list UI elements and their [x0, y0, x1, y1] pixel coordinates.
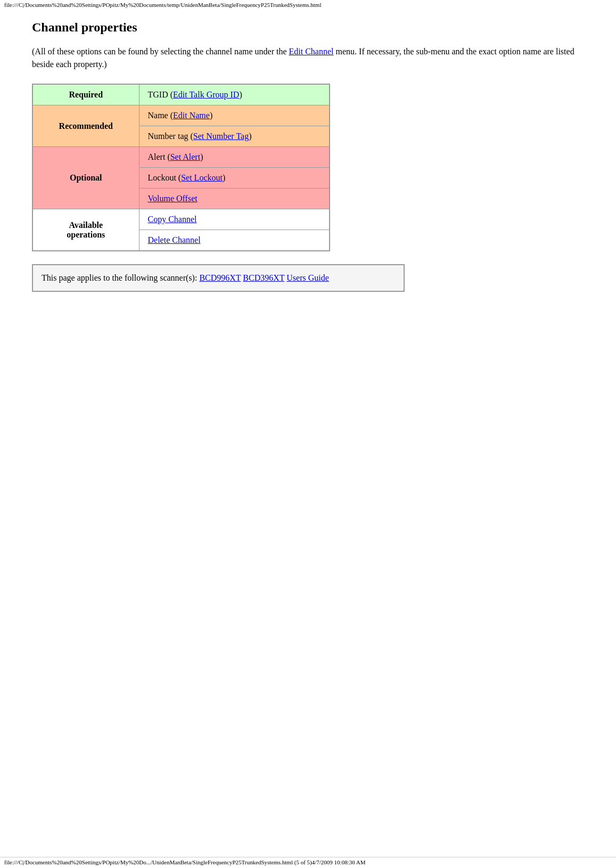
link-bcd396xt[interactable]: BCD396XT	[243, 273, 284, 282]
edit-channel-link[interactable]: Edit Channel	[289, 47, 334, 56]
label-required: Required	[32, 84, 139, 105]
table-row-optional-1: Optional Alert (Set Alert)	[32, 147, 330, 168]
link-delete-channel[interactable]: Delete Channel	[148, 235, 201, 244]
link-set-lockout[interactable]: Set Lockout	[181, 173, 223, 182]
table-row-ops-1: Availableoperations Copy Channel	[32, 209, 330, 230]
link-users-guide[interactable]: Users Guide	[286, 273, 329, 282]
top-bar: file:///C|/Documents%20and%20Settings/PO…	[0, 0, 616, 10]
table-row-required: Required TGID (Edit Talk Group ID)	[32, 84, 330, 105]
link-bcd996xt[interactable]: BCD996XT	[199, 273, 241, 282]
label-optional: Optional	[32, 147, 139, 209]
page-title: Channel properties	[32, 20, 584, 35]
cell-number-tag: Number tag (Set Number Tag)	[139, 126, 330, 147]
main-content: Channel properties (All of these options…	[0, 10, 616, 324]
intro-paragraph: (All of these options can be found by se…	[32, 45, 584, 71]
cell-alert: Alert (Set Alert)	[139, 147, 330, 168]
table-row-recommended-1: Recommended Name (Edit Name)	[32, 105, 330, 126]
link-set-alert[interactable]: Set Alert	[170, 152, 200, 161]
link-edit-talkgroup-id[interactable]: Edit Talk Group ID	[173, 90, 239, 99]
link-edit-name[interactable]: Edit Name	[173, 111, 210, 120]
notice-text: This page applies to the following scann…	[42, 273, 199, 282]
cell-volume-offset: Volume Offset	[139, 189, 330, 209]
cell-copy-channel: Copy Channel	[139, 209, 330, 230]
link-copy-channel[interactable]: Copy Channel	[148, 215, 197, 224]
cell-lockout: Lockout (Set Lockout)	[139, 168, 330, 189]
top-bar-text: file:///C|/Documents%20and%20Settings/PO…	[4, 2, 321, 8]
cell-delete-channel: Delete Channel	[139, 230, 330, 251]
intro-text-1: (All of these options can be found by se…	[32, 47, 289, 56]
cell-tgid: TGID (Edit Talk Group ID)	[139, 84, 330, 105]
properties-table: Required TGID (Edit Talk Group ID) Recom…	[32, 84, 330, 251]
label-recommended: Recommended	[32, 105, 139, 147]
link-set-number-tag[interactable]: Set Number Tag	[193, 132, 249, 141]
notice-box: This page applies to the following scann…	[32, 264, 405, 292]
cell-name: Name (Edit Name)	[139, 105, 330, 126]
link-volume-offset[interactable]: Volume Offset	[148, 194, 198, 203]
label-available-operations: Availableoperations	[32, 209, 139, 251]
